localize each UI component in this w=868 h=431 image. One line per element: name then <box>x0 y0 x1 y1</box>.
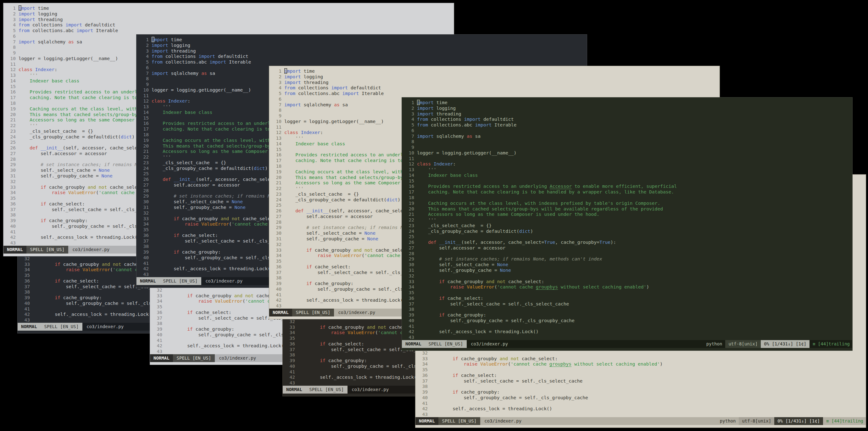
code-segment <box>152 216 174 221</box>
code-line[interactable]: 6 <box>406 128 852 133</box>
code-segment <box>417 296 439 301</box>
code-segment: if <box>55 295 60 300</box>
code-text: if cache_groupby: <box>298 358 367 363</box>
code-line[interactable]: 5from collections.abc import Iterable <box>273 91 719 96</box>
code-line[interactable]: 34 raise ValueError('cannot cache groupb… <box>406 284 852 290</box>
code-line[interactable]: 1import time <box>7 5 454 11</box>
code-segment: cache_groupby: <box>46 218 88 223</box>
code-line[interactable]: 37 self._select_cache = self._cls_select… <box>419 378 866 384</box>
code-text: self._groupby_cache = None <box>19 173 113 179</box>
code-line[interactable]: 20 This means that cached selects/group-… <box>406 206 852 212</box>
code-line[interactable]: 17 caching. Note that cache clearing is … <box>406 189 852 195</box>
code-line[interactable]: 9 <box>406 145 852 150</box>
code-line[interactable]: 1import time <box>140 37 587 42</box>
code-segment: cache_groupby <box>326 325 367 330</box>
code-segment: None <box>235 205 246 210</box>
code-line[interactable]: 36 if cache_select: <box>406 296 852 301</box>
code-line[interactable]: 32 <box>406 273 852 279</box>
code-line[interactable]: 39 if cache_groupby: <box>406 312 852 318</box>
line-number: 42 <box>286 374 295 380</box>
code-line[interactable]: 2import logging <box>7 11 454 17</box>
code-line[interactable]: 3import threading <box>7 17 454 22</box>
code-line[interactable]: 8 <box>406 139 852 145</box>
code-segment: sqlalchemy <box>168 70 201 76</box>
code-line[interactable]: 34 raise ValueError('cannot cache groupb… <box>419 361 866 367</box>
code-line[interactable]: 1import time <box>406 100 852 105</box>
code-line[interactable]: 12class Indexer: <box>406 161 852 167</box>
code-line[interactable]: 32 <box>419 350 866 356</box>
code-line[interactable]: 4from collections import defaultdict <box>273 85 719 91</box>
code-line[interactable]: 4from collections import defaultdict <box>406 116 852 122</box>
code-line[interactable]: 39 if cache_groupby: <box>419 389 866 395</box>
code-line[interactable]: 14 Indexer base class <box>406 173 852 178</box>
code-line[interactable]: 3import threading <box>406 111 852 117</box>
code-line[interactable]: 5from collections.abc import Iterable <box>406 122 852 128</box>
code-line[interactable]: 41 <box>406 324 852 329</box>
code-segment <box>345 330 347 335</box>
code-line[interactable]: 42 self._access_lock = threading.Lock() <box>406 329 852 334</box>
code-line[interactable]: 35 <box>419 367 866 372</box>
code-line[interactable]: 22 ''' <box>406 217 852 223</box>
code-line[interactable]: 30 self._select_cache = None <box>406 262 852 268</box>
code-segment: Provides restricted access to an underly… <box>152 121 284 126</box>
code-line[interactable]: 19 Caching occurs at the class level, wi… <box>406 201 852 206</box>
code-segment <box>243 293 245 298</box>
code-line[interactable]: 2import logging <box>140 42 587 48</box>
code-line[interactable]: 40 self._groupby_cache = self._cls_group… <box>406 318 852 324</box>
code-line[interactable]: 13 ''' <box>406 167 852 173</box>
code-line[interactable]: 21 Accessors so long as the same Compose… <box>406 211 852 217</box>
code-line[interactable]: 2import logging <box>273 74 719 80</box>
code-line[interactable]: 10logger = logging.getLogger(__name__) <box>406 150 852 156</box>
editor-pane[interactable]: 1import time2import logging3import threa… <box>402 97 852 340</box>
code-line[interactable]: 15 <box>406 178 852 184</box>
code-line[interactable]: 4from collections import defaultdict <box>140 54 587 59</box>
code-line[interactable]: 27 self.accessor = accessor <box>406 245 852 251</box>
code-line[interactable]: 29 # set instance caches; if remains Non… <box>406 256 852 262</box>
code-line[interactable]: 43 <box>419 411 866 417</box>
line-number: 12 <box>273 130 281 135</box>
code-line[interactable]: 3import threading <box>273 80 719 85</box>
line-number: 36 <box>419 372 428 378</box>
code-line[interactable]: 1import time <box>273 68 719 74</box>
code-segment: self._access_lock = threading.Lock() <box>417 329 539 334</box>
line-number: 39 <box>7 218 16 223</box>
code-line[interactable]: 43 <box>406 334 852 340</box>
code-segment: logging <box>301 74 323 79</box>
code-line[interactable]: 4from collections import defaultdict <box>7 22 454 28</box>
code-line[interactable]: 5from collections.abc import Iterable <box>7 28 454 33</box>
code-line[interactable]: 37 self._select_cache = self._cls_select… <box>406 301 852 307</box>
code-line[interactable]: 35 <box>406 290 852 296</box>
code-line[interactable]: 28 <box>406 251 852 256</box>
code-line[interactable]: 38 <box>419 383 866 389</box>
code-line[interactable]: 26 def __init__(self, accessor, cache_se… <box>406 239 852 245</box>
code-line[interactable]: 40 self._groupby_cache = self._cls_group… <box>419 395 866 400</box>
code-segment <box>96 184 99 190</box>
code-line[interactable]: 36 if cache_select: <box>419 372 866 378</box>
code-line[interactable]: 16 Provides restricted access to an unde… <box>406 183 852 189</box>
code-segment <box>171 177 174 182</box>
spell-indicator: SPELL [EN_US] <box>425 340 467 348</box>
code-line[interactable]: 41 <box>419 400 866 406</box>
code-line[interactable]: 2import logging <box>406 105 852 111</box>
code-line[interactable]: 33 if cache_groupby and not cache_select… <box>406 279 852 284</box>
code-line[interactable]: 33 if cache_groupby and not cache_select… <box>419 356 866 362</box>
code-segment: Iterable <box>93 28 118 33</box>
code-line[interactable]: 18 <box>406 195 852 201</box>
code-line[interactable]: 11 <box>406 156 852 161</box>
code-line[interactable]: 38 <box>406 306 852 312</box>
code-line[interactable]: 3import threading <box>140 48 587 54</box>
code-line[interactable]: 7import sqlalchemy as sa <box>406 133 852 139</box>
code-segment: dict <box>121 134 132 140</box>
code-line[interactable]: 42 self._access_lock = threading.Lock() <box>419 406 866 411</box>
terminal-window-4-front[interactable]: 1import time2import logging3import threa… <box>402 97 852 351</box>
line-number: 31 <box>140 205 149 210</box>
code-line[interactable]: 5from collections.abc import Iterable <box>140 59 587 65</box>
code-segment <box>110 261 113 267</box>
code-line[interactable]: 25 <box>406 234 852 239</box>
code-line[interactable]: 24 _cls_groupby_cache = defaultdict(dict… <box>406 228 852 234</box>
code-line[interactable]: 23 _cls_select_cache = {} <box>406 223 852 228</box>
line-number: 4 <box>273 85 281 91</box>
code-segment: if <box>306 264 312 269</box>
code-segment: ''' <box>417 217 436 222</box>
code-line[interactable]: 31 self._groupby_cache = None <box>406 268 852 273</box>
